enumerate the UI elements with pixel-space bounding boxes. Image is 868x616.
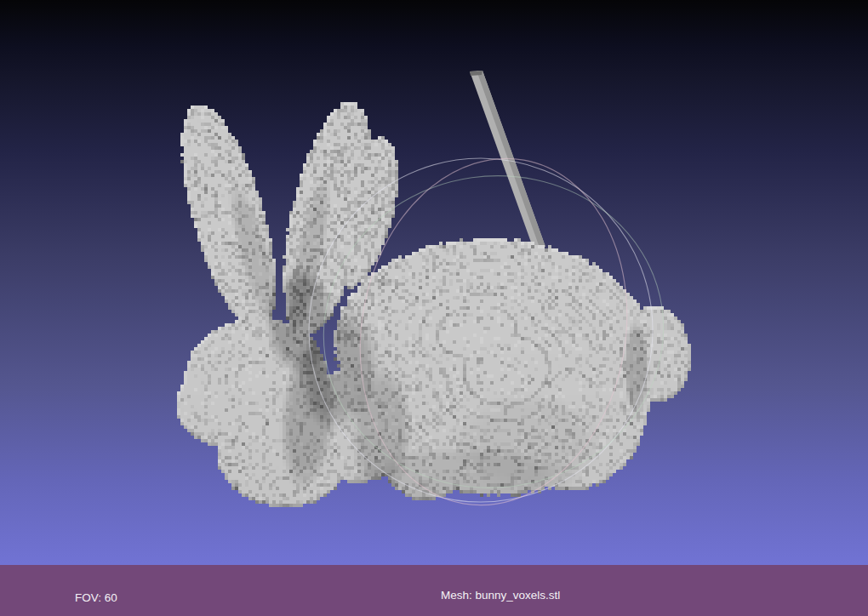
hud-mesh-info: Mesh: bunny_voxels.stl Vertices: 85,161 … (441, 566, 560, 616)
3d-viewport[interactable] (0, 0, 868, 565)
mesh-name-readout: Mesh: bunny_voxels.stl (441, 590, 560, 602)
fov-readout: FOV: 60 (75, 592, 167, 605)
mesh-render-canvas[interactable] (0, 0, 868, 565)
viewer-window: FOV: 60 FPS: 322.6 BO_RENDERING Mesh: bu… (0, 0, 868, 616)
status-bar: FOV: 60 FPS: 322.6 BO_RENDERING Mesh: bu… (0, 565, 868, 616)
hud-stats-left: FOV: 60 FPS: 322.6 BO_RENDERING (75, 568, 167, 616)
